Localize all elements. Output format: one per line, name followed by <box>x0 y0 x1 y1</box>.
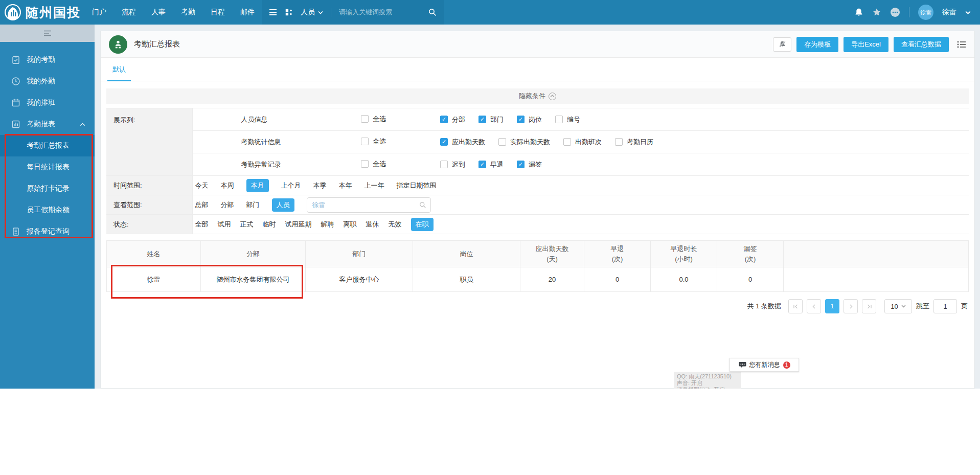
global-search-input[interactable]: 请输入关键词搜索 <box>339 8 421 17</box>
status-option[interactable]: 退休 <box>366 220 379 229</box>
tab-default[interactable]: 默认 <box>107 58 131 81</box>
time-range-option[interactable]: 今天 <box>195 181 209 190</box>
jump-page-input[interactable] <box>933 299 957 313</box>
checkbox-icon[interactable] <box>361 160 369 168</box>
checkbox-option[interactable]: 编号 <box>555 115 580 124</box>
select-all-checkbox[interactable]: 全选 <box>361 115 386 124</box>
checkbox-icon[interactable] <box>555 116 563 123</box>
person-search-input[interactable] <box>312 201 419 209</box>
pagination-last-button[interactable] <box>862 299 876 313</box>
checkbox-icon[interactable] <box>361 115 369 123</box>
checkbox-checked-icon[interactable] <box>517 116 525 123</box>
header-action-button[interactable]: 导出Excel <box>844 37 888 52</box>
checkbox-checked-icon[interactable] <box>517 161 525 168</box>
sidebar-subitem[interactable]: 员工假期余额 <box>0 199 95 221</box>
checkbox-option[interactable]: 岗位 <box>517 115 542 124</box>
nav-menu-item[interactable]: 考勤 <box>181 8 195 17</box>
chat-dots-icon[interactable] <box>890 7 900 17</box>
view-scope-option[interactable]: 部门 <box>246 200 260 210</box>
status-option[interactable]: 试用延期 <box>285 220 312 229</box>
pagination-first-button[interactable] <box>788 299 803 313</box>
checkbox-option[interactable]: 早退 <box>478 160 504 169</box>
nav-menu-item[interactable]: 日程 <box>211 8 225 17</box>
pagination-prev-button[interactable] <box>807 299 821 313</box>
time-range-option[interactable]: 本年 <box>339 181 352 190</box>
checkbox-checked-icon[interactable] <box>440 138 448 146</box>
checkbox-option[interactable]: 考勤日历 <box>615 138 653 147</box>
table-column-header: 早退时长(小时) <box>651 241 717 267</box>
sidebar-item-label: 我的外勤 <box>27 77 55 86</box>
checkbox-checked-icon[interactable] <box>478 116 486 123</box>
status-option-selected[interactable]: 在职 <box>411 218 434 231</box>
sidebar-item[interactable]: 我的外勤 <box>0 71 95 92</box>
nav-menu-item[interactable]: 流程 <box>122 8 136 17</box>
sidebar-subitem[interactable]: 每日统计报表 <box>0 156 95 178</box>
sidebar-subitem[interactable]: 考勤汇总报表 <box>0 135 95 156</box>
time-range-option[interactable]: 上个月 <box>281 181 301 190</box>
status-option[interactable]: 解聘 <box>321 220 334 229</box>
search-icon[interactable] <box>428 8 437 16</box>
checkbox-option[interactable]: 应出勤天数 <box>440 138 485 147</box>
checkbox-option[interactable]: 分部 <box>440 115 465 124</box>
apps-grid-icon[interactable] <box>285 8 293 16</box>
star-icon[interactable] <box>872 8 881 17</box>
logo[interactable]: 随州国投 <box>0 4 81 21</box>
view-scope-option-selected[interactable]: 人员 <box>272 198 294 212</box>
checkbox-icon[interactable] <box>563 138 571 146</box>
sidebar-item[interactable]: 我的排班 <box>0 92 95 114</box>
list-settings-icon[interactable] <box>957 40 966 49</box>
hide-conditions-toggle[interactable]: 隐藏条件 <box>106 88 969 104</box>
nav-menu-item[interactable]: 门户 <box>92 8 106 17</box>
checkbox-checked-icon[interactable] <box>478 161 486 168</box>
nav-menu-item[interactable]: 邮件 <box>240 8 255 17</box>
checkbox-option[interactable]: 迟到 <box>440 160 465 169</box>
table-row[interactable]: 徐雷随州市水务集团有限公司客户服务中心职员2000.00 <box>107 267 969 292</box>
mute-notification-button[interactable] <box>773 37 791 52</box>
sidebar-subitem[interactable]: 原始打卡记录 <box>0 178 95 199</box>
checkbox-option[interactable]: 漏签 <box>517 160 542 169</box>
view-scope-option[interactable]: 总部 <box>195 200 209 210</box>
header-action-button[interactable]: 存为模板 <box>796 37 838 52</box>
sidebar-item[interactable]: 报备登记查询 <box>0 221 95 242</box>
top-navbar: 随州国投 门户流程人事考勤日程邮件 人员 请输入关键词搜索 <box>0 0 980 25</box>
status-option[interactable]: 无效 <box>389 220 402 229</box>
user-chevron-down-icon[interactable] <box>965 11 971 14</box>
status-option[interactable]: 离职 <box>344 220 357 229</box>
checkbox-checked-icon[interactable] <box>440 116 448 123</box>
people-dropdown[interactable]: 人员 <box>301 8 323 17</box>
new-message-bar[interactable]: 您有新消息 1 <box>730 358 799 372</box>
status-option[interactable]: 全部 <box>195 220 209 229</box>
avatar[interactable]: 徐雷 <box>918 5 933 20</box>
header-action-button[interactable]: 查看汇总数据 <box>894 37 949 52</box>
status-option[interactable]: 正式 <box>240 220 254 229</box>
status-option[interactable]: 临时 <box>263 220 276 229</box>
select-all-checkbox[interactable]: 全选 <box>361 137 386 146</box>
pagination-current-page[interactable]: 1 <box>825 299 839 313</box>
time-range-option[interactable]: 指定日期范围 <box>397 181 437 190</box>
checkbox-option[interactable]: 实际出勤天数 <box>498 138 550 147</box>
time-range-option-selected[interactable]: 本月 <box>246 179 269 192</box>
sidebar-collapse-button[interactable] <box>0 25 95 42</box>
bell-icon[interactable] <box>854 8 863 17</box>
time-range-option[interactable]: 上一年 <box>364 181 384 190</box>
status-option[interactable]: 试用 <box>218 220 231 229</box>
pagination-next-button[interactable] <box>844 299 858 313</box>
page-size-select[interactable]: 10 <box>884 299 912 313</box>
checkbox-icon[interactable] <box>361 138 369 145</box>
search-icon <box>419 201 426 209</box>
divider <box>909 7 909 17</box>
nav-menu-item[interactable]: 人事 <box>151 8 166 17</box>
checkbox-option[interactable]: 部门 <box>478 115 504 124</box>
sidebar-item[interactable]: 考勤报表 <box>0 114 95 135</box>
checkbox-icon[interactable] <box>498 138 506 146</box>
select-all-checkbox[interactable]: 全选 <box>361 160 386 169</box>
checkbox-label: 出勤班次 <box>575 138 602 147</box>
sidebar-item[interactable]: 我的考勤 <box>0 49 95 71</box>
time-range-option[interactable]: 本季 <box>313 181 327 190</box>
view-scope-option[interactable]: 分部 <box>221 200 234 210</box>
checkbox-icon[interactable] <box>615 138 623 146</box>
checkbox-icon[interactable] <box>440 161 448 168</box>
time-range-option[interactable]: 本周 <box>221 181 234 190</box>
checkbox-option[interactable]: 出勤班次 <box>563 138 602 147</box>
hamburger-icon[interactable] <box>269 9 277 16</box>
